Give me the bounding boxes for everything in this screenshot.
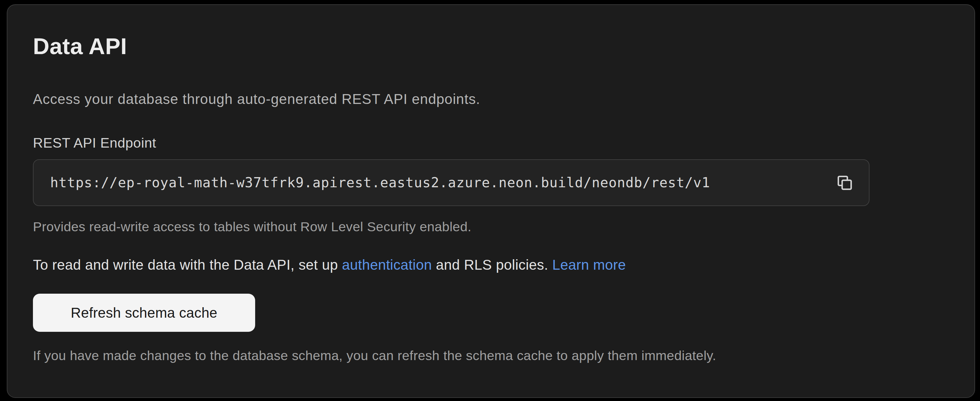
endpoint-url: https://ep-royal-math-w37tfrk9.apirest.e… — [50, 175, 710, 190]
learn-more-link[interactable]: Learn more — [552, 257, 626, 273]
rls-note-middle: and RLS policies. — [432, 257, 552, 273]
card-description: Access your database through auto-genera… — [33, 90, 944, 109]
refresh-schema-cache-button[interactable]: Refresh schema cache — [33, 294, 255, 332]
endpoint-helper: Provides read-write access to tables wit… — [33, 218, 944, 236]
endpoint-label: REST API Endpoint — [33, 135, 944, 151]
copy-icon — [836, 174, 853, 191]
refresh-helper: If you have made changes to the database… — [33, 347, 944, 365]
authentication-link[interactable]: authentication — [342, 257, 432, 273]
data-api-card: Data API Access your database through au… — [7, 4, 975, 398]
page-title: Data API — [33, 34, 944, 59]
rls-note: To read and write data with the Data API… — [33, 256, 944, 274]
page-background: { "card": { "title": "Data API", "descri… — [0, 0, 980, 401]
endpoint-field: https://ep-royal-math-w37tfrk9.apirest.e… — [33, 159, 870, 206]
rls-note-prefix: To read and write data with the Data API… — [33, 257, 342, 273]
copy-endpoint-button[interactable] — [835, 173, 854, 192]
